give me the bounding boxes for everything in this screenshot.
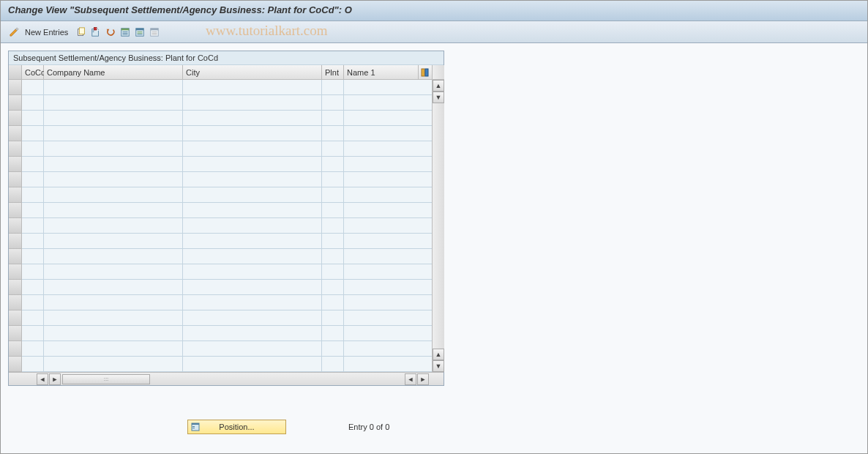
cell-name1[interactable] [344,295,432,310]
row-selector[interactable] [9,234,22,249]
row-selector[interactable] [9,187,22,203]
cell-cocd[interactable] [22,326,44,341]
cell-company-name[interactable] [44,280,183,295]
cell-company-name[interactable] [44,326,183,341]
row-selector[interactable] [9,264,22,280]
cell-name1[interactable] [344,280,432,295]
select-block-icon[interactable] [134,26,146,38]
new-entries-button[interactable]: New Entries [25,28,68,37]
cell-company-name[interactable] [44,187,183,203]
cell-cocd[interactable] [22,203,44,218]
cell-plnt[interactable] [322,111,344,126]
cell-plnt[interactable] [322,264,344,280]
cell-city[interactable] [183,126,322,141]
row-selector[interactable] [9,295,22,310]
cell-city[interactable] [183,249,322,264]
cell-plnt[interactable] [322,310,344,326]
row-selector[interactable] [9,341,22,357]
cell-company-name[interactable] [44,264,183,280]
row-selector[interactable] [9,80,22,95]
cell-company-name[interactable] [44,157,183,172]
cell-city[interactable] [183,357,322,372]
row-selector[interactable] [9,357,22,372]
cell-city[interactable] [183,295,322,310]
toggle-change-icon[interactable] [8,26,20,38]
cell-cocd[interactable] [22,280,44,295]
cell-city[interactable] [183,203,322,218]
cell-name1[interactable] [344,310,432,326]
cell-city[interactable] [183,141,322,157]
cell-plnt[interactable] [322,126,344,141]
cell-cocd[interactable] [22,341,44,357]
cell-city[interactable] [183,187,322,203]
cell-name1[interactable] [344,264,432,280]
row-selector[interactable] [9,111,22,126]
cell-cocd[interactable] [22,95,44,111]
cell-plnt[interactable] [322,357,344,372]
cell-city[interactable] [183,111,322,126]
scroll-down-button-2[interactable]: ▼ [433,360,444,372]
select-all-icon[interactable] [119,26,131,38]
deselect-all-icon[interactable] [149,26,160,38]
cell-city[interactable] [183,341,322,357]
cell-name1[interactable] [344,111,432,126]
cell-company-name[interactable] [44,249,183,264]
cell-name1[interactable] [344,141,432,157]
cell-company-name[interactable] [44,341,183,357]
cell-plnt[interactable] [322,280,344,295]
cell-name1[interactable] [344,326,432,341]
cell-cocd[interactable] [22,141,44,157]
row-selector[interactable] [9,280,22,295]
cell-company-name[interactable] [44,111,183,126]
cell-name1[interactable] [344,126,432,141]
cell-company-name[interactable] [44,310,183,326]
cell-company-name[interactable] [44,172,183,187]
cell-plnt[interactable] [322,218,344,234]
cell-plnt[interactable] [322,341,344,357]
row-selector[interactable] [9,249,22,264]
row-selector[interactable] [9,310,22,326]
cell-company-name[interactable] [44,80,183,95]
cell-cocd[interactable] [22,357,44,372]
cell-name1[interactable] [344,80,432,95]
scroll-down-button[interactable]: ▼ [433,92,444,103]
cell-plnt[interactable] [322,80,344,95]
col-header-company-name[interactable]: Company Name [44,65,183,80]
cell-cocd[interactable] [22,249,44,264]
col-header-city[interactable]: City [183,65,322,80]
cell-name1[interactable] [344,218,432,234]
scroll-left-button[interactable]: ◄ [37,373,48,385]
cell-name1[interactable] [344,234,432,249]
scroll-right-button[interactable]: ► [49,373,61,385]
cell-name1[interactable] [344,203,432,218]
row-selector[interactable] [9,95,22,111]
cell-name1[interactable] [344,172,432,187]
cell-plnt[interactable] [322,249,344,264]
cell-plnt[interactable] [322,157,344,172]
cell-company-name[interactable] [44,141,183,157]
cell-plnt[interactable] [322,141,344,157]
cell-company-name[interactable] [44,95,183,111]
cell-cocd[interactable] [22,157,44,172]
cell-cocd[interactable] [22,218,44,234]
row-selector[interactable] [9,126,22,141]
cell-plnt[interactable] [322,95,344,111]
cell-city[interactable] [183,280,322,295]
position-button[interactable]: Position... [187,420,286,434]
row-selector[interactable] [9,172,22,187]
cell-cocd[interactable] [22,264,44,280]
cell-plnt[interactable] [322,326,344,341]
cell-company-name[interactable] [44,234,183,249]
hscroll-thumb[interactable]: ::: [62,374,150,384]
cell-cocd[interactable] [22,310,44,326]
cell-city[interactable] [183,172,322,187]
cell-city[interactable] [183,234,322,249]
scroll-up-button-2[interactable]: ▲ [433,349,444,360]
delete-icon[interactable] [90,26,102,38]
cell-cocd[interactable] [22,295,44,310]
cell-cocd[interactable] [22,126,44,141]
cell-cocd[interactable] [22,172,44,187]
row-selector[interactable] [9,141,22,157]
scroll-left-button-2[interactable]: ◄ [405,373,416,385]
cell-company-name[interactable] [44,357,183,372]
